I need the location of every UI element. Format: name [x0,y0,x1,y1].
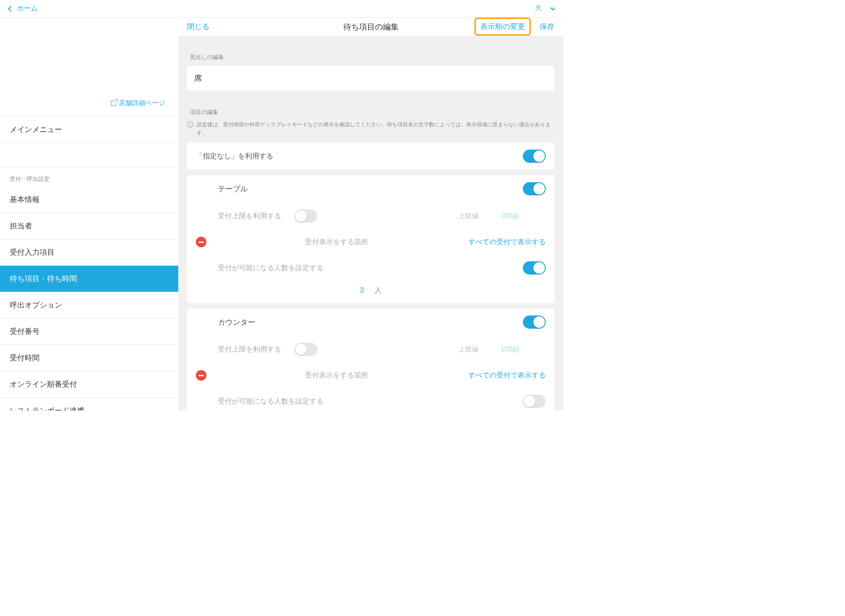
reorder-button[interactable]: 表示順の変更 [474,18,531,36]
use-none-row: 「指定なし」を利用する [187,143,555,170]
group2-limit-value-label: 上限値 [459,345,478,354]
chevron-left-icon [8,5,14,11]
back-button[interactable]: ホーム [9,4,38,13]
group2-display-value[interactable]: すべての受付で表示する [468,371,546,380]
group2-limit-toggle[interactable] [294,343,317,356]
group2-capacity-toggle[interactable] [523,395,546,408]
items-edit-label: 項目の編集 [190,108,555,116]
group1-limit-value: 100組 [500,212,519,221]
sidebar-item-time[interactable]: 受付時間 [0,345,178,371]
sidebar-item-basic[interactable]: 基本情報 [0,187,178,213]
store-link-label: 店舗詳細ページ [119,99,165,107]
group1-display-value[interactable]: すべての受付で表示する [468,238,546,247]
info-note: i 設定後は、受付画面や外部ディスプレイモードなどの表示を確認してください。待ち… [187,121,555,137]
main-header: 閉じる 待ち項目の編集 表示順の変更 保存 [178,18,563,36]
top-bar: ホーム [0,0,563,18]
save-button[interactable]: 保存 [540,22,555,32]
main-panel: 閉じる 待ち項目の編集 表示順の変更 保存 見出しの編集 項目の編集 i 設定後… [178,18,563,411]
group1-capacity-toggle[interactable] [523,261,546,275]
chevron-down-icon[interactable] [550,5,555,10]
sidebar-main-menu[interactable]: メインメニュー [0,117,178,143]
info-text: 設定後は、受付画面や外部ディスプレイモードなどの表示を確認してください。待ち項目… [197,121,555,137]
capacity-number[interactable]: 3 [360,286,364,294]
info-icon: i [187,121,193,128]
group2-limit-value: 100組 [500,345,519,354]
group2-limit-label: 受付上限を利用する [218,345,281,354]
user-icon[interactable] [534,4,542,14]
group1-limit-toggle[interactable] [294,209,317,223]
sidebar-item-call[interactable]: 呼出オプション [0,292,178,319]
group2-toggle[interactable] [523,315,546,329]
group2-name: カウンター [218,317,255,327]
sidebar-item-number[interactable]: 受付番号 [0,319,178,345]
sidebar-item-online[interactable]: オンライン順番受付 [0,371,178,398]
group2-capacity-label: 受付が可能になる人数を設定する [218,397,323,406]
group1-display-label: 受付表示をする箇所 [305,238,368,247]
group1-capacity-value: 3 人 [187,282,555,303]
use-none-toggle[interactable] [523,150,546,163]
store-detail-link[interactable]: 店舗詳細ページ [111,99,165,107]
sidebar-item-wait[interactable]: 待ち項目・待ち時間 [0,266,178,292]
sidebar-item-staff[interactable]: 担当者 [0,213,178,239]
sidebar-item-restaurant[interactable]: レストランボード連携 [0,398,178,411]
group1-toggle[interactable] [523,182,546,195]
heading-edit-label: 見出しの編集 [190,53,555,61]
sidebar-item-input[interactable]: 受付入力項目 [0,239,178,266]
group1-remove-button[interactable] [196,237,206,247]
group2-remove-button[interactable] [196,370,206,381]
back-label: ホーム [17,4,38,13]
sidebar-spacer [0,143,178,167]
page-title: 待ち項目の編集 [343,22,399,32]
group1-limit-value-label: 上限値 [459,212,478,220]
group1-capacity-label: 受付が可能になる人数を設定する [218,264,323,273]
sidebar-section-label: 受付・呼出設定 [0,167,178,187]
use-none-label: 「指定なし」を利用する [196,152,273,161]
sidebar: 店舗詳細ページ メインメニュー 受付・呼出設定 基本情報 担当者 受付入力項目 … [0,18,178,411]
group1-limit-label: 受付上限を利用する [218,212,281,221]
external-link-icon [111,101,116,106]
close-button[interactable]: 閉じる [187,22,209,32]
group2-display-label: 受付表示をする箇所 [305,371,368,380]
svg-point-0 [537,5,540,8]
group1-name: テーブル [218,184,248,194]
capacity-unit: 人 [375,286,382,294]
heading-input[interactable] [187,66,555,91]
